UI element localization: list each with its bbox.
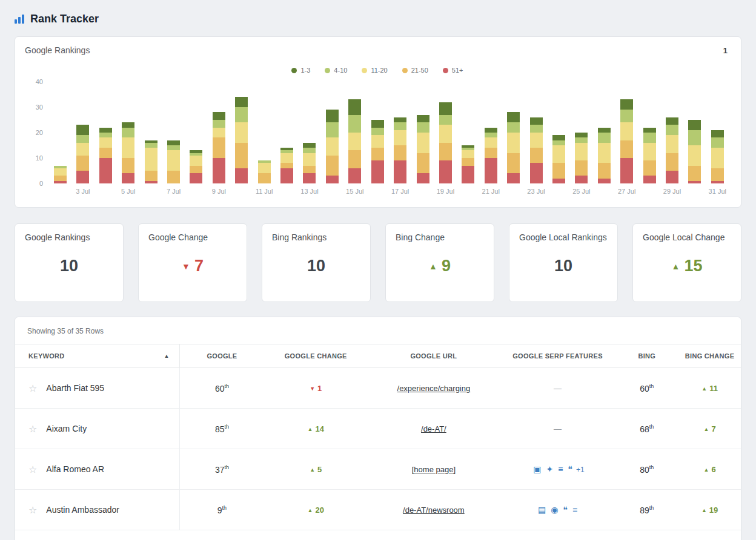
- bar-segment-4-10: [552, 140, 565, 145]
- stat-number: 9: [442, 257, 451, 275]
- legend-item-4-10[interactable]: 4-10: [325, 67, 347, 74]
- bar-segment-51-: [485, 158, 497, 183]
- bar-segment-11-20: [99, 137, 112, 148]
- bar-segment-51-: [326, 176, 339, 183]
- stacked-bar[interactable]: [145, 82, 158, 183]
- bar-segment-21-50: [575, 160, 588, 176]
- google-url-link[interactable]: /de-AT/newsroom: [403, 505, 465, 515]
- legend-item-21-50[interactable]: 21-50: [402, 67, 428, 74]
- serp-more-label[interactable]: +1: [576, 466, 585, 474]
- stacked-bar[interactable]: [258, 82, 271, 183]
- stacked-bar[interactable]: [598, 82, 611, 183]
- stacked-bar[interactable]: [643, 82, 656, 183]
- keywords-table-card: Showing 35 of 35 Rows KEYWORD▲GOOGLEGOOG…: [15, 317, 741, 540]
- bar-segment-21-50: [666, 153, 678, 171]
- stacked-bar[interactable]: [190, 82, 202, 183]
- stacked-bar[interactable]: [99, 82, 112, 183]
- y-axis: 403020100: [25, 82, 47, 183]
- column-header-bing-change[interactable]: BING CHANGE: [678, 352, 741, 360]
- stacked-bar[interactable]: [439, 82, 452, 183]
- keyword-label: Aixam City: [46, 424, 87, 433]
- stacked-bar[interactable]: [462, 82, 474, 183]
- bar-slot: 21 Jul: [485, 82, 497, 183]
- arrow-up-icon: ▲: [701, 507, 707, 513]
- change-value: 14: [315, 424, 323, 433]
- stat-number: 15: [684, 257, 702, 275]
- stacked-bar[interactable]: [122, 82, 134, 183]
- stacked-bar[interactable]: [235, 82, 248, 183]
- stacked-bar[interactable]: [530, 82, 543, 183]
- stacked-bar[interactable]: [280, 82, 293, 183]
- rank-ordinal: th: [649, 505, 654, 511]
- google-change-cell: ▲20: [264, 505, 367, 515]
- star-icon[interactable]: ☆: [28, 464, 37, 475]
- bar-segment-11-20: [303, 153, 316, 166]
- stacked-bar[interactable]: [348, 82, 361, 183]
- bar-segment-4-10: [213, 120, 225, 128]
- stats-row: Google Rankings10Google Change▼7Bing Ran…: [15, 223, 741, 302]
- keyword-cell: ☆Abarth Fiat 595: [15, 368, 180, 408]
- bar-segment-4-10: [688, 130, 701, 145]
- bar-segment-1-3: [235, 97, 248, 107]
- stacked-bar[interactable]: [303, 82, 316, 183]
- stacked-bar[interactable]: [666, 82, 678, 183]
- bar-slot: 23 Jul: [530, 82, 543, 183]
- star-icon[interactable]: ☆: [28, 423, 37, 435]
- stacked-bar[interactable]: [213, 82, 225, 183]
- bar-segment-1-3: [167, 140, 180, 145]
- stacked-bar[interactable]: [54, 82, 67, 183]
- bar-slot: [54, 82, 67, 183]
- legend-item-11-20[interactable]: 11-20: [362, 67, 387, 74]
- bar-slot: [417, 82, 429, 183]
- bar-segment-4-10: [530, 125, 543, 133]
- stacked-bar[interactable]: [711, 82, 724, 183]
- bar-segment-21-50: [213, 137, 225, 158]
- stacked-bar[interactable]: [76, 82, 89, 183]
- stat-value: ▼7: [148, 257, 237, 275]
- bar-segment-11-20: [213, 128, 225, 138]
- bar-segment-51-: [666, 171, 678, 183]
- stacked-bar[interactable]: [552, 82, 565, 183]
- stacked-bar[interactable]: [394, 82, 406, 183]
- stat-card-google-local-rankings: Google Local Rankings10: [509, 223, 618, 302]
- arrow-down-icon: ▼: [182, 262, 190, 271]
- google-url-link[interactable]: /de-AT/: [421, 424, 446, 433]
- stat-number: 10: [554, 257, 572, 275]
- column-header-google-change[interactable]: GOOGLE CHANGE: [264, 352, 367, 360]
- legend-label: 21-50: [411, 67, 428, 74]
- star-icon[interactable]: ☆: [28, 383, 37, 394]
- stacked-bar[interactable]: [326, 82, 339, 183]
- star-icon[interactable]: ☆: [28, 504, 37, 516]
- bar-segment-11-20: [54, 168, 67, 176]
- stat-label: Google Local Change: [643, 232, 731, 242]
- legend-item-1-3[interactable]: 1-3: [291, 67, 310, 74]
- column-header-keyword[interactable]: KEYWORD▲: [15, 344, 180, 367]
- bar-segment-11-20: [258, 163, 271, 173]
- stacked-bar[interactable]: [417, 82, 429, 183]
- stacked-bar[interactable]: [620, 82, 633, 183]
- bar-segment-11-20: [485, 137, 497, 148]
- stacked-bar[interactable]: [688, 82, 701, 183]
- google-url-link[interactable]: /experience/charging: [397, 384, 471, 393]
- google-url-link[interactable]: [home page]: [412, 465, 456, 474]
- column-header-bing[interactable]: BING: [615, 352, 678, 360]
- stacked-bar[interactable]: [167, 82, 180, 183]
- stacked-bar[interactable]: [575, 82, 588, 183]
- bar-segment-51-: [620, 158, 633, 183]
- stacked-bar[interactable]: [485, 82, 497, 183]
- bar-segment-21-50: [167, 171, 180, 183]
- stacked-bar[interactable]: [507, 82, 520, 183]
- google-rankings-chart-card: Google Rankings 1 1-34-1011-2021-5051+ 4…: [15, 36, 741, 208]
- column-header-google-serp-features[interactable]: GOOGLE SERP FEATURES: [500, 352, 615, 360]
- column-header-google-url[interactable]: GOOGLE URL: [367, 352, 500, 360]
- stacked-bar[interactable]: [371, 82, 384, 183]
- column-header-google[interactable]: GOOGLE: [180, 352, 265, 360]
- x-axis-label: 13 Jul: [300, 188, 318, 195]
- stat-card-bing-change: Bing Change▲9: [385, 223, 494, 302]
- legend-label: 51+: [452, 67, 463, 74]
- clipped-row: [15, 530, 741, 540]
- google-url-cell: /de-AT/: [367, 424, 500, 433]
- bar-segment-51-: [530, 163, 543, 183]
- bing-change-cell: ▲19: [678, 505, 741, 515]
- legend-item-51-[interactable]: 51+: [443, 67, 463, 74]
